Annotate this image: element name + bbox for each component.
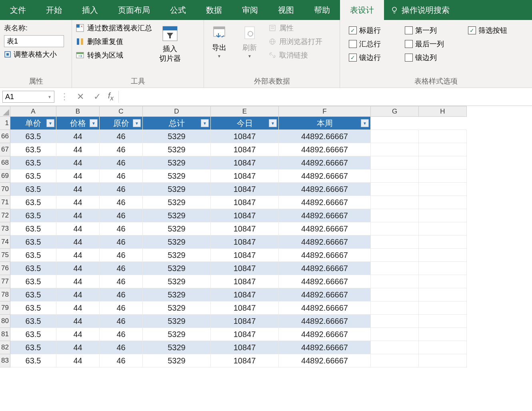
table-cell[interactable] [419,209,467,222]
col-header-G[interactable]: G [371,106,419,117]
fx-icon[interactable]: fx [106,91,116,102]
table-cell[interactable] [419,156,467,170]
table-cell[interactable]: 44892.66667 [279,328,371,341]
filter-dropdown-icon[interactable]: ▼ [133,119,141,127]
table-cell[interactable]: 10847 [211,235,279,249]
row-header[interactable]: 74 [0,235,10,249]
table-cell[interactable]: 5329 [143,262,211,275]
table-cell[interactable]: 44 [56,328,100,341]
tab-文件[interactable]: 文件 [0,0,36,20]
table-cell[interactable]: 5329 [143,170,211,183]
row-header[interactable]: 66 [0,130,10,143]
table-cell[interactable]: 44 [56,235,100,249]
table-cell[interactable] [419,235,467,249]
table-cell[interactable]: 46 [100,301,143,315]
table-cell[interactable] [419,315,467,328]
table-cell[interactable] [371,249,419,262]
cells-area[interactable]: 单价▼价格▼原价▼总计▼今日▼本周▼63.5444653291084744892… [10,117,467,367]
table-cell[interactable]: 5329 [143,196,211,209]
table-cell[interactable] [371,130,419,143]
table-cell[interactable]: 10847 [211,222,279,235]
checkbox-total_row[interactable]: 汇总行 [349,39,397,49]
table-cell[interactable] [419,196,467,209]
table-cell[interactable]: 44 [56,209,100,222]
table-cell[interactable]: 44 [56,275,100,288]
checkbox-last_col[interactable]: 最后一列 [405,39,460,49]
export-button[interactable]: 导出 ▼ [208,23,230,60]
checkbox-first_col[interactable]: 第一列 [405,26,460,35]
table-cell[interactable]: 10847 [211,196,279,209]
table-cell[interactable] [371,341,419,354]
table-cell[interactable]: 63.5 [10,209,56,222]
table-cell[interactable]: 44892.66667 [279,288,371,301]
table-cell[interactable]: 63.5 [10,262,56,275]
checkbox-filter_btn[interactable]: ✓筛选按钮 [468,26,523,35]
table-cell[interactable]: 5329 [143,235,211,249]
table-cell[interactable]: 63.5 [10,301,56,315]
name-box[interactable]: A1 ▼ [2,91,54,103]
table-cell[interactable]: 44 [56,196,100,209]
table-cell[interactable]: 46 [100,183,143,196]
table-cell[interactable]: 10847 [211,301,279,315]
tab-插入[interactable]: 插入 [72,0,108,20]
table-cell[interactable]: 46 [100,262,143,275]
table-header-cell[interactable]: 单价▼ [10,117,56,130]
table-cell[interactable]: 46 [100,249,143,262]
table-cell[interactable]: 44892.66667 [279,354,371,367]
table-cell[interactable]: 10847 [211,249,279,262]
formula-input[interactable] [118,91,532,103]
table-cell[interactable]: 44892.66667 [279,275,371,288]
table-cell[interactable]: 63.5 [10,354,56,367]
row-header[interactable]: 72 [0,209,10,222]
table-header-cell[interactable]: 总计▼ [143,117,211,130]
table-cell[interactable]: 44 [56,156,100,170]
select-all-corner[interactable] [0,106,10,117]
table-cell[interactable]: 46 [100,209,143,222]
tab-公式[interactable]: 公式 [160,0,196,20]
table-cell[interactable]: 63.5 [10,156,56,170]
row-header[interactable]: 73 [0,222,10,235]
table-cell[interactable]: 10847 [211,315,279,328]
col-header-E[interactable]: E [211,106,279,117]
table-cell[interactable] [371,354,419,367]
tab-数据[interactable]: 数据 [196,0,232,20]
filter-dropdown-icon[interactable]: ▼ [201,119,209,127]
table-cell[interactable]: 46 [100,156,143,170]
table-cell[interactable] [371,183,419,196]
table-cell[interactable] [419,341,467,354]
table-cell[interactable]: 63.5 [10,275,56,288]
row-header[interactable]: 68 [0,156,10,170]
table-cell[interactable]: 10847 [211,288,279,301]
checkbox-banded_col[interactable]: 镶边列 [405,53,460,62]
col-header-H[interactable]: H [419,106,467,117]
table-cell[interactable] [419,301,467,315]
table-cell[interactable] [371,301,419,315]
table-cell[interactable]: 44 [56,130,100,143]
accept-formula-button[interactable]: ✓ [89,92,106,102]
row-header[interactable]: 82 [0,341,10,354]
table-cell[interactable]: 5329 [143,209,211,222]
table-cell[interactable] [419,275,467,288]
table-header-cell[interactable] [371,117,419,130]
table-cell[interactable]: 63.5 [10,196,56,209]
table-cell[interactable] [371,170,419,183]
col-header-F[interactable]: F [279,106,371,117]
table-cell[interactable]: 44 [56,183,100,196]
table-cell[interactable]: 44 [56,262,100,275]
table-cell[interactable]: 5329 [143,183,211,196]
tab-开始[interactable]: 开始 [36,0,72,20]
table-cell[interactable]: 5329 [143,222,211,235]
table-cell[interactable]: 63.5 [10,288,56,301]
table-cell[interactable]: 10847 [211,328,279,341]
table-cell[interactable]: 10847 [211,354,279,367]
table-cell[interactable]: 46 [100,288,143,301]
filter-dropdown-icon[interactable]: ▼ [90,119,98,127]
table-cell[interactable]: 44892.66667 [279,262,371,275]
table-cell[interactable]: 44 [56,288,100,301]
table-cell[interactable]: 46 [100,130,143,143]
row-header[interactable]: 83 [0,354,10,367]
table-cell[interactable] [371,328,419,341]
table-cell[interactable]: 46 [100,170,143,183]
table-cell[interactable]: 10847 [211,183,279,196]
table-cell[interactable]: 63.5 [10,170,56,183]
